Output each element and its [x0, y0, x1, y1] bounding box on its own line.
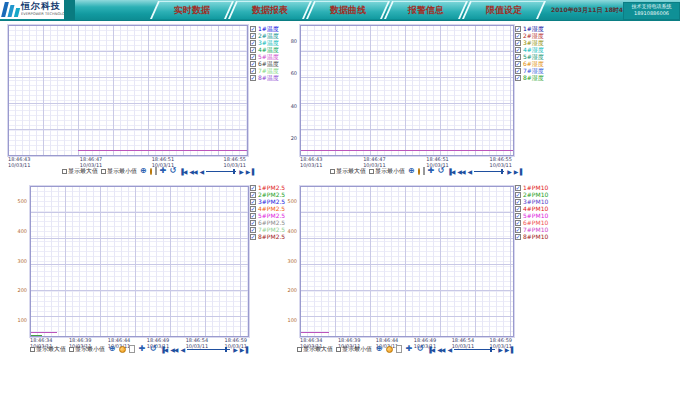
time-scrollbar[interactable] — [474, 169, 504, 174]
seek-start-button[interactable]: ▐◀ — [447, 168, 454, 175]
legend-checkbox[interactable]: ✓ — [250, 54, 256, 60]
legend-checkbox[interactable]: ✓ — [250, 185, 256, 191]
pan-icon[interactable]: ✚ — [405, 345, 413, 353]
legend-checkbox[interactable]: ✓ — [250, 61, 256, 67]
legend-checkbox[interactable]: ✓ — [515, 47, 521, 53]
legend-checkbox[interactable]: ✓ — [515, 61, 521, 67]
legend-checkbox[interactable]: ✓ — [250, 234, 256, 240]
refresh-icon[interactable]: ↺ — [169, 167, 176, 175]
legend-checkbox[interactable]: ✓ — [515, 206, 521, 212]
seek-end-button[interactable]: ▶▐ — [240, 346, 247, 353]
legend-checkbox[interactable]: ✓ — [515, 185, 521, 191]
refresh-icon[interactable]: ↺ — [149, 345, 157, 353]
legend-checkbox[interactable]: ✓ — [515, 220, 521, 226]
legend-checkbox[interactable]: ✓ — [515, 33, 521, 39]
plot-area[interactable] — [30, 186, 249, 337]
nav-tab-2[interactable]: 数据报表 — [228, 1, 312, 19]
clock-icon[interactable] — [418, 168, 420, 175]
clock-icon[interactable] — [119, 346, 126, 353]
pan-icon[interactable]: ✚ — [138, 345, 146, 353]
zoom-in-icon[interactable]: ⊕ — [375, 345, 383, 353]
toolbar-checkbox[interactable] — [369, 169, 374, 174]
fast-backward-button[interactable]: ◀◀ — [189, 168, 196, 175]
legend-item: ✓4#温度 — [250, 46, 279, 53]
step-backward-button[interactable]: ◀ — [447, 346, 451, 353]
legend-checkbox[interactable]: ✓ — [515, 26, 521, 32]
step-forward-button[interactable]: ▶ — [498, 346, 502, 353]
snapshot-icon[interactable] — [423, 167, 425, 175]
legend-checkbox[interactable]: ✓ — [515, 227, 521, 233]
refresh-icon[interactable]: ↺ — [416, 345, 424, 353]
clock-icon[interactable] — [386, 346, 393, 353]
time-scrollbar[interactable] — [187, 347, 230, 352]
seek-start-button[interactable]: ▐◀ — [179, 168, 186, 175]
legend-checkbox[interactable]: ✓ — [250, 199, 256, 205]
step-forward-button[interactable]: ▶ — [233, 346, 237, 353]
nav-tab-5[interactable]: 限值设定 — [462, 1, 546, 19]
refresh-icon[interactable]: ↺ — [437, 167, 444, 175]
legend-item: ✓1#PM2.5 — [250, 184, 285, 191]
legend-checkbox[interactable]: ✓ — [515, 75, 521, 81]
zoom-in-icon[interactable]: ⊕ — [408, 167, 415, 175]
snapshot-icon[interactable] — [155, 167, 157, 175]
plot-area[interactable] — [300, 25, 514, 156]
legend-checkbox[interactable]: ✓ — [250, 206, 256, 212]
legend-checkbox[interactable]: ✓ — [515, 234, 521, 240]
legend-checkbox[interactable]: ✓ — [250, 40, 256, 46]
legend-checkbox[interactable]: ✓ — [250, 33, 256, 39]
plot-area[interactable] — [300, 186, 514, 337]
seek-start-button[interactable]: ▐◀ — [427, 346, 434, 353]
scrollbar-handle[interactable] — [490, 347, 492, 352]
seek-end-button[interactable]: ▶▐ — [246, 168, 253, 175]
toolbar-checkbox[interactable] — [330, 169, 335, 174]
legend-checkbox[interactable]: ✓ — [250, 220, 256, 226]
zoom-in-icon[interactable]: ⊕ — [140, 167, 147, 175]
toolbar-checkbox[interactable] — [297, 347, 302, 352]
legend-checkbox[interactable]: ✓ — [250, 75, 256, 81]
nav-tab-4[interactable]: 报警信息 — [384, 1, 468, 19]
toolbar-checkbox-group: 显示最小值 — [336, 345, 372, 354]
zoom-in-icon[interactable]: ⊕ — [108, 345, 116, 353]
legend-checkbox[interactable]: ✓ — [250, 26, 256, 32]
legend-checkbox[interactable]: ✓ — [515, 40, 521, 46]
toolbar-checkbox[interactable] — [62, 169, 67, 174]
step-forward-button[interactable]: ▶ — [507, 168, 511, 175]
nav-tab-3[interactable]: 数据曲线 — [306, 1, 390, 19]
seek-end-button[interactable]: ▶▐ — [505, 346, 512, 353]
pan-icon[interactable]: ✚ — [160, 167, 167, 175]
legend-checkbox[interactable]: ✓ — [250, 192, 256, 198]
fast-backward-button[interactable]: ◀◀ — [170, 346, 177, 353]
nav-tab-1[interactable]: 实时数据 — [150, 1, 234, 19]
fast-backward-button[interactable]: ◀◀ — [457, 168, 464, 175]
snapshot-icon[interactable] — [396, 345, 402, 353]
pan-icon[interactable]: ✚ — [428, 167, 435, 175]
step-backward-button[interactable]: ◀ — [180, 346, 184, 353]
seek-start-button[interactable]: ▐◀ — [160, 346, 167, 353]
scrollbar-handle[interactable] — [225, 347, 227, 352]
legend-checkbox[interactable]: ✓ — [250, 47, 256, 53]
legend-checkbox[interactable]: ✓ — [515, 213, 521, 219]
scrollbar-handle[interactable] — [501, 169, 503, 174]
toolbar-checkbox[interactable] — [336, 347, 341, 352]
legend-checkbox[interactable]: ✓ — [515, 199, 521, 205]
clock-icon[interactable] — [150, 168, 152, 175]
plot-area[interactable] — [8, 25, 248, 156]
time-scrollbar[interactable] — [454, 347, 495, 352]
step-backward-button[interactable]: ◀ — [200, 168, 204, 175]
step-backward-button[interactable]: ◀ — [468, 168, 472, 175]
snapshot-icon[interactable] — [129, 345, 135, 353]
time-scrollbar[interactable] — [206, 169, 236, 174]
step-forward-button[interactable]: ▶ — [239, 168, 243, 175]
legend-checkbox[interactable]: ✓ — [250, 227, 256, 233]
legend-checkbox[interactable]: ✓ — [515, 54, 521, 60]
fast-backward-button[interactable]: ◀◀ — [437, 346, 444, 353]
seek-end-button[interactable]: ▶▐ — [514, 168, 521, 175]
toolbar-checkbox[interactable] — [101, 169, 106, 174]
legend-checkbox[interactable]: ✓ — [515, 68, 521, 74]
legend-checkbox[interactable]: ✓ — [250, 68, 256, 74]
toolbar-checkbox[interactable] — [30, 347, 35, 352]
legend-checkbox[interactable]: ✓ — [515, 192, 521, 198]
toolbar-checkbox[interactable] — [69, 347, 74, 352]
legend-checkbox[interactable]: ✓ — [250, 213, 256, 219]
scrollbar-handle[interactable] — [233, 169, 235, 174]
